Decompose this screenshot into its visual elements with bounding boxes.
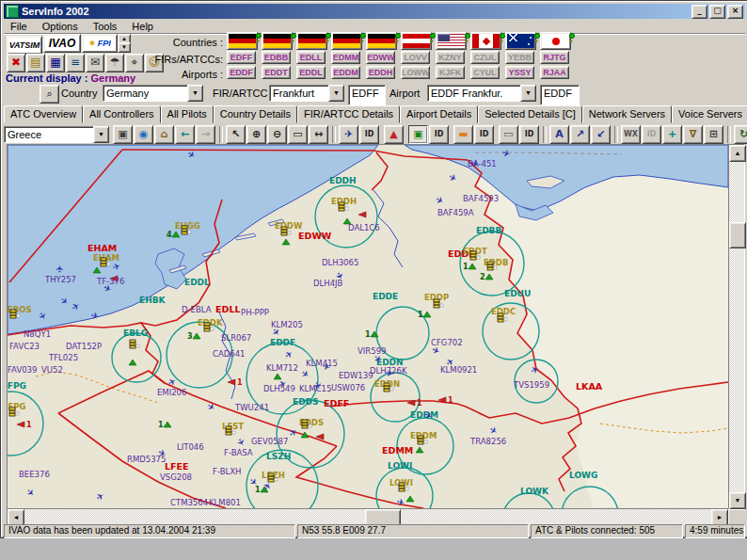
fir-button-kzny[interactable]: KZNY xyxy=(436,51,465,64)
measure-button[interactable]: ↔ xyxy=(309,125,328,144)
tab-all-pilots[interactable]: All Pilots xyxy=(161,105,214,123)
flag-button-japan[interactable] xyxy=(540,32,571,50)
tab-selected-details-c-[interactable]: Selected Details [C] xyxy=(478,105,582,123)
filter-button[interactable]: ∇ xyxy=(683,125,703,144)
vatsim-button[interactable]: VATSIM xyxy=(7,36,42,55)
menu-options[interactable]: Options xyxy=(36,21,85,32)
fir-button-yebb[interactable]: YEBB xyxy=(505,51,534,64)
fir-select[interactable]: Frankfurt ▼ xyxy=(269,85,344,102)
back-button[interactable]: ← xyxy=(175,125,195,144)
wx-button[interactable]: WX xyxy=(621,125,641,144)
disconnect-button[interactable]: ✖ xyxy=(7,54,25,72)
forward-button[interactable]: → xyxy=(196,125,215,144)
airport-button-yssy[interactable]: YSSY xyxy=(505,66,534,79)
home-button[interactable]: ⌂ xyxy=(154,125,174,144)
search-button[interactable]: ⌕ xyxy=(40,85,59,104)
flag-button-canada[interactable] xyxy=(470,32,501,50)
country-select[interactable]: Germany ▼ xyxy=(103,85,203,102)
fir-code-input[interactable]: EDFF xyxy=(348,85,386,105)
fir-button-lovv[interactable]: LOVV xyxy=(401,51,430,64)
title-bar[interactable]: ServInfo 2002 _ ▢ × xyxy=(4,4,745,19)
close-button[interactable]: × xyxy=(727,5,743,19)
fir-button-edmm[interactable]: EDMM xyxy=(331,51,360,64)
ivao-button[interactable]: IVAO xyxy=(43,34,81,53)
scroll-up-button[interactable]: ▲ xyxy=(729,145,746,162)
fir-button-edbb[interactable]: EDBB xyxy=(262,51,291,64)
airport-button-loww[interactable]: LOWW xyxy=(401,66,430,79)
tab-atc-overview[interactable]: ATC Overview xyxy=(4,105,83,123)
airport-button-eddh[interactable]: EDDH xyxy=(366,66,395,79)
airport-button-eddt[interactable]: EDDT xyxy=(262,66,291,79)
fir-button-rjtg[interactable]: RJTG xyxy=(540,51,569,64)
aircraft-icon[interactable]: ✈ xyxy=(55,265,65,273)
chevron-down-icon[interactable]: ▼ xyxy=(187,85,203,102)
chevron-down-icon[interactable]: ▼ xyxy=(328,85,344,102)
menu-tools[interactable]: Tools xyxy=(87,21,124,32)
fir-button-edff[interactable]: EDFF xyxy=(227,51,256,64)
chevron-down-icon[interactable]: ▼ xyxy=(520,85,536,102)
toggle-plane-ids-button[interactable]: ID xyxy=(359,125,379,144)
data-grid-button[interactable]: ▦ xyxy=(46,54,65,72)
flag-button-usa[interactable] xyxy=(436,32,467,50)
tab-voice-servers[interactable]: Voice Servers xyxy=(672,105,747,123)
tab-fir-artcc-details[interactable]: FIR/ARTCC Details xyxy=(297,105,400,123)
horizontal-scrollbar[interactable]: ◄ ► xyxy=(7,508,729,525)
fir-button-czul[interactable]: CZUL xyxy=(470,51,500,64)
flag-button-germany[interactable] xyxy=(227,32,258,50)
airport-select[interactable]: EDDF Frankfur. ▼ xyxy=(427,85,536,102)
flag-button-germany[interactable] xyxy=(296,32,327,50)
zoom-out-button[interactable]: ⊖ xyxy=(267,125,287,144)
weather-button[interactable]: ☂ xyxy=(105,54,124,72)
zoom-in-button[interactable]: ⊕ xyxy=(246,125,266,144)
ids-button[interactable]: ID xyxy=(642,125,661,144)
airport-button-kjfk[interactable]: KJFK xyxy=(436,66,465,79)
flag-button-germany[interactable] xyxy=(331,32,362,50)
toggle-airport-ids-button[interactable]: ID xyxy=(474,125,494,144)
center-button[interactable]: + xyxy=(662,125,682,144)
map-canvas[interactable]: EDDHEDBBEDUUEDDEEDDLEHBKEBLGLFPGEDDFEDDS… xyxy=(7,144,729,509)
zoom-rect-button[interactable]: ▭ xyxy=(288,125,308,144)
airport-button-eddf[interactable]: EDDF xyxy=(227,66,256,79)
minimize-button[interactable]: _ xyxy=(691,5,707,19)
scroll-down-button[interactable]: ▼ xyxy=(729,492,746,509)
fpi-button[interactable]: ✶ FPI xyxy=(82,34,118,53)
maximize-button[interactable]: ▢ xyxy=(709,5,725,19)
toggle-planes-button[interactable]: ✈ xyxy=(339,125,358,144)
toggle-tower-ids-button[interactable]: ID xyxy=(429,125,449,144)
airport-code-input[interactable]: EDDF xyxy=(540,85,580,105)
vertical-scroll-thumb[interactable] xyxy=(729,222,746,248)
toggle-towers-button[interactable]: ▣ xyxy=(408,125,428,144)
map-select[interactable]: Greece ▼ xyxy=(4,126,109,143)
tab-network-servers[interactable]: Network Servers xyxy=(582,105,672,123)
flag-button-germany[interactable] xyxy=(262,32,293,50)
globe-button[interactable]: ◉ xyxy=(134,125,153,144)
chevron-down-icon[interactable]: ▼ xyxy=(93,126,109,143)
tab-country-details[interactable]: Country Details xyxy=(214,105,297,123)
menu-help[interactable]: Help xyxy=(125,21,160,32)
list-view-button[interactable]: ≡ xyxy=(66,54,85,72)
flag-button-germany[interactable] xyxy=(366,32,397,50)
vertical-scrollbar[interactable]: ▲ ▼ xyxy=(728,144,745,510)
tab-all-controllers[interactable]: All Controllers xyxy=(83,105,160,123)
airport-button-eddm[interactable]: EDDM xyxy=(331,66,360,79)
label-size-up-button[interactable]: ↗ xyxy=(570,125,590,144)
label-size-down-button[interactable]: ↙ xyxy=(591,125,611,144)
tab-airport-details[interactable]: Airport Details xyxy=(400,105,478,123)
spinner-down-button[interactable]: ▼ xyxy=(118,42,131,53)
flag-button-australia[interactable] xyxy=(505,32,536,50)
flag-button-austria[interactable] xyxy=(401,32,432,50)
menu-file[interactable]: File xyxy=(4,21,34,32)
refresh-button[interactable]: ↻ xyxy=(734,125,747,144)
map-properties-button[interactable]: ⊞ xyxy=(704,125,723,144)
toggle-airports-button[interactable]: ▬ xyxy=(453,125,473,144)
fir-button-edww[interactable]: EDWW xyxy=(366,51,395,64)
messages-button[interactable]: ✉ xyxy=(86,54,104,72)
fit-screen-button[interactable]: ▣ xyxy=(113,125,133,144)
pointer-help-button[interactable]: ↖ xyxy=(226,125,246,144)
toggle-fir-button[interactable]: ▭ xyxy=(499,125,518,144)
logbook-button[interactable]: ▤ xyxy=(26,54,45,72)
fir-button-edll[interactable]: EDLL xyxy=(296,51,326,64)
toggle-markers-button[interactable]: ▲ xyxy=(384,125,404,144)
airport-button-rjaa[interactable]: RJAA xyxy=(540,66,569,79)
airport-button-cyul[interactable]: CYUL xyxy=(470,66,500,79)
